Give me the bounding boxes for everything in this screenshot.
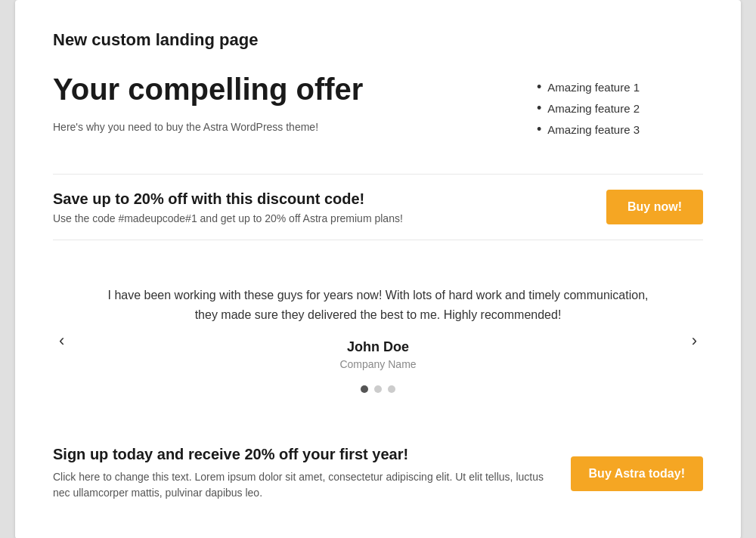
carousel-prev-button[interactable]: ‹: [53, 328, 70, 354]
feature-label-1: Amazing feature 1: [547, 81, 640, 94]
discount-section: Save up to 20% off with this discount co…: [53, 174, 703, 240]
feature-list: Amazing feature 1 Amazing feature 2 Amaz…: [537, 80, 703, 136]
carousel-dots: [98, 385, 658, 393]
hero-subtext: Here's why you need to buy the Astra Wor…: [53, 121, 507, 133]
cta-description: Click here to change this text. Lorem ip…: [53, 469, 548, 501]
testimonial-section: ‹ I have been working with these guys fo…: [53, 271, 703, 416]
hero-section: Your compelling offer Here's why you nee…: [53, 73, 703, 144]
carousel-next-button[interactable]: ›: [686, 328, 703, 354]
discount-left: Save up to 20% off with this discount co…: [53, 190, 403, 224]
feature-item-1: Amazing feature 1: [537, 80, 703, 94]
dot-2[interactable]: [374, 385, 382, 393]
page-wrapper: New custom landing page Your compelling …: [15, 0, 741, 538]
testimonial-name: John Doe: [98, 339, 658, 355]
cta-heading: Sign up today and receive 20% off your f…: [53, 446, 548, 463]
feature-label-3: Amazing feature 3: [547, 123, 640, 136]
hero-heading: Your compelling offer: [53, 73, 507, 106]
discount-description: Use the code #madeupcode#1 and get up to…: [53, 212, 403, 224]
hero-right: Amazing feature 1 Amazing feature 2 Amaz…: [537, 73, 703, 144]
page-title: New custom landing page: [53, 30, 703, 50]
buy-now-button[interactable]: Buy now!: [606, 190, 703, 224]
dot-1[interactable]: [361, 385, 368, 393]
cta-section: Sign up today and receive 20% off your f…: [53, 446, 703, 501]
dot-3[interactable]: [388, 385, 395, 393]
buy-astra-button[interactable]: Buy Astra today!: [571, 456, 703, 491]
feature-item-3: Amazing feature 3: [537, 122, 703, 136]
feature-item-2: Amazing feature 2: [537, 101, 703, 115]
testimonial-company: Company Name: [98, 358, 658, 370]
cta-left: Sign up today and receive 20% off your f…: [53, 446, 548, 501]
discount-heading: Save up to 20% off with this discount co…: [53, 190, 403, 208]
testimonial-quote: I have been working with these guys for …: [98, 286, 658, 324]
hero-left: Your compelling offer Here's why you nee…: [53, 73, 507, 133]
feature-label-2: Amazing feature 2: [547, 102, 640, 115]
